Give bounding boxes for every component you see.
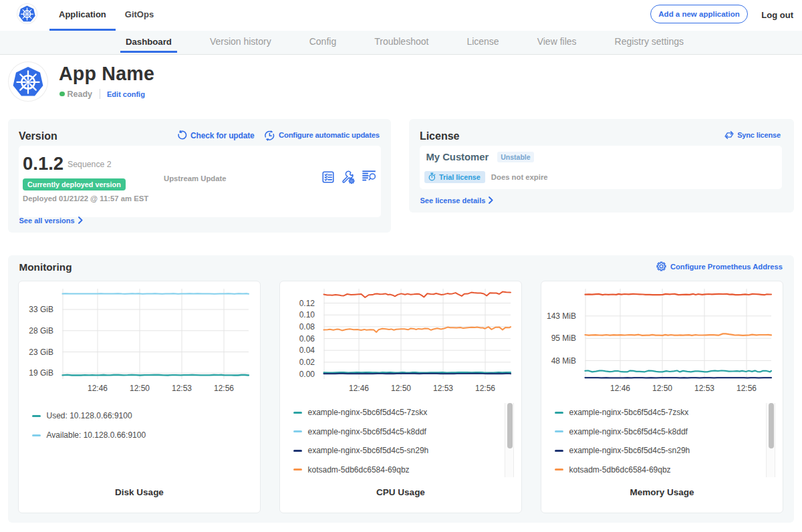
- svg-text:12:50: 12:50: [652, 384, 672, 393]
- svg-text:12:56: 12:56: [737, 384, 757, 393]
- svg-text:0.00: 0.00: [299, 370, 315, 379]
- svg-text:12:50: 12:50: [391, 384, 411, 393]
- svg-text:33 GiB: 33 GiB: [29, 305, 53, 314]
- svg-text:0.08: 0.08: [299, 322, 315, 331]
- svg-text:19 GiB: 19 GiB: [29, 368, 53, 378]
- svg-text:0.06: 0.06: [299, 334, 315, 344]
- svg-text:23 GiB: 23 GiB: [29, 348, 53, 357]
- svg-text:0.10: 0.10: [299, 310, 315, 319]
- svg-text:28 GiB: 28 GiB: [29, 326, 53, 336]
- svg-text:0.04: 0.04: [299, 346, 315, 355]
- svg-text:48 MiB: 48 MiB: [551, 356, 576, 366]
- svg-text:12:46: 12:46: [610, 384, 630, 393]
- svg-text:12:50: 12:50: [130, 384, 150, 393]
- svg-text:0.02: 0.02: [299, 358, 315, 367]
- svg-text:95 MiB: 95 MiB: [551, 334, 576, 343]
- svg-text:12:53: 12:53: [433, 384, 453, 393]
- svg-text:12:56: 12:56: [475, 384, 495, 393]
- svg-text:0.12: 0.12: [299, 299, 315, 308]
- svg-text:12:46: 12:46: [88, 384, 108, 393]
- svg-text:12:56: 12:56: [214, 384, 234, 393]
- svg-text:12:53: 12:53: [694, 384, 714, 393]
- svg-text:12:46: 12:46: [349, 384, 369, 393]
- svg-text:143 MiB: 143 MiB: [547, 311, 576, 321]
- svg-text:12:53: 12:53: [172, 384, 192, 393]
